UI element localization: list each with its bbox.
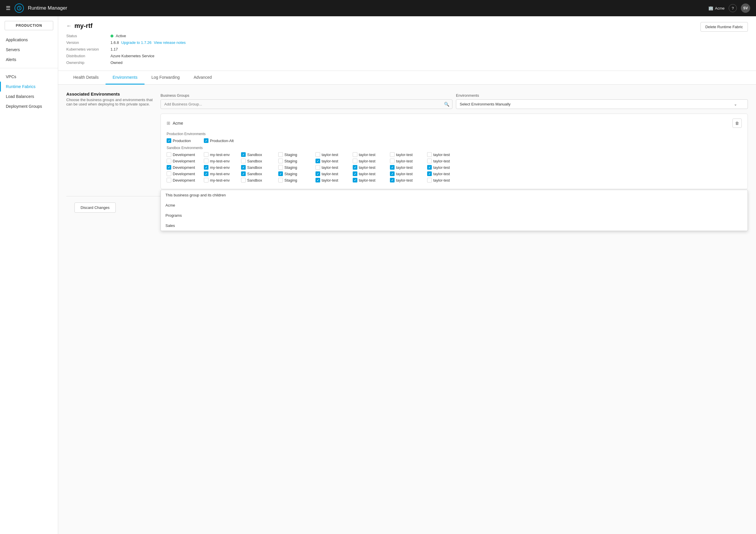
back-arrow-icon[interactable]: ←	[66, 23, 71, 29]
tab-log-forwarding[interactable]: Log Forwarding	[145, 71, 187, 85]
checkbox-mytest-3[interactable]	[204, 165, 208, 170]
checkbox-taylor-2d[interactable]	[427, 159, 432, 163]
checkbox-taylor-3a[interactable]	[315, 165, 320, 170]
cb-sandbox-5: Sandbox	[241, 178, 276, 183]
cb-staging-2: Staging	[278, 159, 313, 163]
cb-taylor-4c: taylor-test	[390, 171, 425, 176]
org-name[interactable]: Acme	[708, 6, 725, 11]
production-alt-checkbox[interactable]	[204, 138, 208, 143]
checkbox-sandbox-5[interactable]	[241, 178, 246, 183]
cb-dev-3: Development	[167, 165, 202, 170]
cb-mytest-3: my-test-env	[204, 165, 239, 170]
release-notes-link[interactable]: View release notes	[154, 40, 186, 45]
main-content: ← my-rtf Status Active Version 1.6.8 Upg…	[58, 16, 756, 534]
checkbox-staging-5[interactable]	[278, 178, 283, 183]
sandbox-row-1: Development my-test-env Sandbox Staging …	[167, 152, 742, 157]
sidebar-item-vpcs[interactable]: VPCs	[0, 72, 58, 82]
checkbox-dev-4[interactable]	[167, 171, 171, 176]
checkbox-dev-5[interactable]	[167, 178, 171, 183]
checkbox-staging-4[interactable]	[278, 171, 283, 176]
tab-bar: Health Details Environments Log Forwardi…	[58, 71, 756, 85]
cb-staging-5: Staging	[278, 178, 313, 183]
business-group-search-input[interactable]	[160, 99, 452, 109]
sandbox-row-3: Development my-test-env Sandbox Staging …	[167, 165, 742, 170]
checkbox-sandbox-1[interactable]	[241, 152, 246, 157]
checkbox-taylor-5b[interactable]	[353, 178, 357, 183]
sandbox-env-label: Sandbox Environments	[167, 146, 742, 150]
sidebar-item-deployment-groups[interactable]: Deployment Groups	[0, 101, 58, 111]
cb-sandbox-4: Sandbox	[241, 171, 276, 176]
cb-taylor-1b: taylor-test	[353, 152, 388, 157]
acme-card: ⊞ Acme 🗑 Production Environments Product…	[160, 114, 748, 189]
checkbox-taylor-5d[interactable]	[427, 178, 432, 183]
checkbox-taylor-5a[interactable]	[315, 178, 320, 183]
checkbox-taylor-5c[interactable]	[390, 178, 394, 183]
cb-taylor-3a: taylor-test	[315, 165, 350, 170]
sidebar-item-alerts[interactable]: Alerts	[0, 55, 58, 64]
cb-mytest-1: my-test-env	[204, 152, 239, 157]
hamburger-menu-icon[interactable]: ☰	[6, 5, 11, 11]
checkbox-taylor-4a[interactable]	[315, 171, 320, 176]
avatar[interactable]: SV	[741, 4, 750, 13]
checkbox-staging-2[interactable]	[278, 159, 283, 163]
sidebar-item-load-balancers[interactable]: Load Balancers	[0, 91, 58, 101]
checkbox-sandbox-4[interactable]	[241, 171, 246, 176]
dropdown-item-all-children[interactable]: This business group and its children	[161, 190, 747, 200]
ownership-label: Ownership	[66, 61, 107, 65]
cb-staging-1: Staging	[278, 152, 313, 157]
env-col-header: Environments	[456, 91, 748, 99]
sidebar-item-applications[interactable]: Applications	[0, 35, 58, 45]
cb-taylor-3b: taylor-test	[353, 165, 388, 170]
cb-taylor-5a: taylor-test	[315, 178, 350, 183]
remove-acme-button[interactable]: 🗑	[732, 118, 742, 128]
checkbox-taylor-2c[interactable]	[390, 159, 394, 163]
sidebar-item-runtime-fabrics[interactable]: Runtime Fabrics	[0, 82, 58, 91]
checkbox-mytest-1[interactable]	[204, 152, 208, 157]
checkbox-staging-3[interactable]	[278, 165, 283, 170]
checkbox-taylor-1c[interactable]	[390, 152, 394, 157]
dropdown-item-acme[interactable]: Acme	[161, 200, 747, 210]
checkbox-mytest-2[interactable]	[204, 159, 208, 163]
dropdown-item-programs[interactable]: Programs	[161, 210, 747, 220]
dropdown-item-sales[interactable]: Sales	[161, 220, 747, 231]
delete-runtime-fabric-button[interactable]: Delete Runtime Fabric	[700, 22, 748, 32]
checkbox-taylor-4c[interactable]	[390, 171, 394, 176]
checkbox-sandbox-2[interactable]	[241, 159, 246, 163]
checkbox-dev-3[interactable]	[167, 165, 171, 170]
env-dropdown-button[interactable]: Select Environments Manually ⌄	[456, 99, 748, 109]
upgrade-link[interactable]: Upgrade to 1.7.26	[121, 40, 151, 45]
cb-dev-5: Development	[167, 178, 202, 183]
checkbox-taylor-1d[interactable]	[427, 152, 432, 157]
checkbox-taylor-3d[interactable]	[427, 165, 432, 170]
checkbox-taylor-2a[interactable]	[315, 159, 320, 163]
cb-taylor-4d: taylor-test	[427, 171, 462, 176]
checkbox-mytest-5[interactable]	[204, 178, 208, 183]
section-description: Choose the business groups and environme…	[66, 98, 153, 106]
version-value: 1.6.8 Upgrade to 1.7.26 View release not…	[111, 40, 186, 45]
tab-health-details[interactable]: Health Details	[66, 71, 106, 85]
discard-changes-button[interactable]: Discard Changes	[74, 202, 116, 213]
checkbox-taylor-3c[interactable]	[390, 165, 394, 170]
checkbox-taylor-4d[interactable]	[427, 171, 432, 176]
checkbox-mytest-4[interactable]	[204, 171, 208, 176]
checkbox-taylor-1b[interactable]	[353, 152, 357, 157]
cb-staging-3: Staging	[278, 165, 313, 170]
checkbox-taylor-3b[interactable]	[353, 165, 357, 170]
cb-taylor-2d: taylor-test	[427, 159, 462, 163]
production-checkbox[interactable]	[167, 138, 171, 143]
sidebar-item-servers[interactable]: Servers	[0, 45, 58, 55]
checkbox-dev-2[interactable]	[167, 159, 171, 163]
checkbox-taylor-2b[interactable]	[353, 159, 357, 163]
checkbox-sandbox-3[interactable]	[241, 165, 246, 170]
checkbox-taylor-4b[interactable]	[353, 171, 357, 176]
status-label: Status	[66, 34, 107, 38]
tab-advanced[interactable]: Advanced	[187, 71, 219, 85]
top-navigation: ☰ Runtime Manager Acme ? SV	[0, 0, 756, 16]
help-button[interactable]: ?	[729, 4, 737, 12]
checkbox-taylor-1a[interactable]	[315, 152, 320, 157]
tab-environments[interactable]: Environments	[106, 71, 145, 85]
cb-taylor-3c: taylor-test	[390, 165, 425, 170]
meta-grid: Status Active Version 1.6.8 Upgrade to 1…	[66, 34, 186, 65]
checkbox-staging-1[interactable]	[278, 152, 283, 157]
checkbox-dev-1[interactable]	[167, 152, 171, 157]
